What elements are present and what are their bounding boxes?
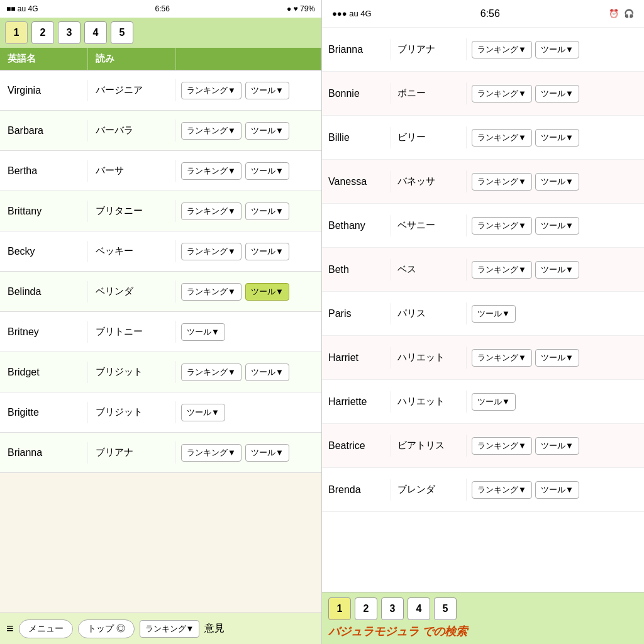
tool-button[interactable]: ツール▼ <box>245 203 289 220</box>
right-ranking-button[interactable]: ランキング▼ <box>472 437 532 455</box>
right-table-row: Parisパリスツール▼ <box>322 292 644 336</box>
right-reading-cell: パリス <box>391 303 467 325</box>
table-row: Brittanyブリタニーランキング▼ツール▼ <box>0 191 321 231</box>
tool-button[interactable]: ツール▼ <box>245 243 289 260</box>
right-reading-cell: バネッサ <box>391 170 467 192</box>
header-name: 英語名 <box>0 48 88 70</box>
right-tool-button[interactable]: ツール▼ <box>472 393 516 411</box>
name-cell: Belinda <box>0 281 88 303</box>
ranking-button[interactable]: ランキング▼ <box>181 122 242 140</box>
table-row: Britneyブリトニーツール▼ <box>0 312 321 352</box>
right-tool-button[interactable]: ツール▼ <box>535 129 579 147</box>
table-row: Bridgetブリジットランキング▼ツール▼ <box>0 352 321 392</box>
action-buttons: ランキング▼ツール▼ <box>176 157 321 185</box>
right-tool-button[interactable]: ツール▼ <box>535 217 579 235</box>
right-panel: ●●● au 4G 6:56 ⏰ 🎧 Briannaブリアナランキング▼ツール▼… <box>322 0 644 644</box>
right-name-cell: Brenda <box>322 479 391 501</box>
ranking-button[interactable]: ランキング▼ <box>181 243 242 260</box>
right-ranking-button[interactable]: ランキング▼ <box>472 85 532 103</box>
right-tab-4[interactable]: 4 <box>408 597 430 620</box>
right-tab-5[interactable]: 5 <box>434 597 457 620</box>
status-bar-right: ●●● au 4G 6:56 ⏰ 🎧 <box>322 0 644 28</box>
table-row: Belindaベリンダランキング▼ツール▼ <box>0 272 321 312</box>
right-ranking-button[interactable]: ランキング▼ <box>472 217 532 235</box>
left-tab-bar: 1 2 3 4 5 <box>0 18 321 48</box>
table-row: Briannaブリアナランキング▼ツール▼ <box>0 433 321 473</box>
left-tab-3[interactable]: 3 <box>58 21 80 44</box>
right-action-buttons: ランキング▼ツール▼ <box>467 168 644 196</box>
right-ranking-button[interactable]: ランキング▼ <box>472 41 532 58</box>
right-tab-1[interactable]: 1 <box>328 597 351 620</box>
right-table-row: Brendaブレンダランキング▼ツール▼ <box>322 468 644 512</box>
right-reading-cell: ベス <box>391 258 467 280</box>
right-ranking-button[interactable]: ランキング▼ <box>472 349 532 367</box>
menu-icon[interactable]: ≡ <box>6 621 14 636</box>
tool-button[interactable]: ツール▼ <box>181 323 225 341</box>
right-bottom-bar: 1 2 3 4 5 バジュラモジュラ での検索 <box>322 592 644 644</box>
top-button[interactable]: トップ ◎ <box>78 619 135 638</box>
right-ranking-button[interactable]: ランキング▼ <box>472 173 532 191</box>
table-row: Brigitteブリジットツール▼ <box>0 392 321 433</box>
right-name-cell: Brianna <box>322 39 391 60</box>
action-buttons: ランキング▼ツール▼ <box>176 77 321 104</box>
left-tab-1[interactable]: 1 <box>5 21 28 44</box>
right-name-cell: Beth <box>322 259 391 280</box>
name-cell: Becky <box>0 241 88 262</box>
right-table-row: Bonnieボニーランキング▼ツール▼ <box>322 72 644 116</box>
right-name-cell: Billie <box>322 127 391 148</box>
opinion-label: 意見 <box>204 622 225 635</box>
tool-button[interactable]: ツール▼ <box>245 162 289 180</box>
right-reading-cell: ブリアナ <box>391 38 467 60</box>
right-ranking-button[interactable]: ランキング▼ <box>472 481 532 499</box>
ranking-button[interactable]: ランキング▼ <box>181 364 242 381</box>
tool-button[interactable]: ツール▼ <box>181 404 225 421</box>
right-action-buttons: ランキング▼ツール▼ <box>467 36 644 64</box>
right-tool-button[interactable]: ツール▼ <box>472 305 516 323</box>
ranking-button[interactable]: ランキング▼ <box>181 203 242 220</box>
action-buttons: ランキング▼ツール▼ <box>176 238 321 265</box>
tool-button[interactable]: ツール▼ <box>245 283 289 301</box>
right-name-cell: Bonnie <box>322 83 391 104</box>
right-table-row: Briannaブリアナランキング▼ツール▼ <box>322 28 644 72</box>
right-ranking-button[interactable]: ランキング▼ <box>472 129 532 147</box>
left-tab-4[interactable]: 4 <box>84 21 107 44</box>
tool-button[interactable]: ツール▼ <box>245 122 289 140</box>
right-tool-button[interactable]: ツール▼ <box>535 481 579 499</box>
right-ranking-button[interactable]: ランキング▼ <box>472 261 532 279</box>
ranking-button[interactable]: ランキング▼ <box>181 444 242 462</box>
right-table-row: Bethベスランキング▼ツール▼ <box>322 248 644 292</box>
tool-button[interactable]: ツール▼ <box>245 444 289 462</box>
name-cell: Bertha <box>0 160 88 182</box>
ranking-button[interactable]: ランキング▼ <box>181 162 242 180</box>
right-name-cell: Harriet <box>322 347 391 369</box>
right-table-row: Beatriceビアトリスランキング▼ツール▼ <box>322 424 644 468</box>
table-row: Virginiaバージニアランキング▼ツール▼ <box>0 70 321 111</box>
right-reading-cell: ビリー <box>391 126 467 148</box>
right-tool-button[interactable]: ツール▼ <box>535 173 579 191</box>
tool-button[interactable]: ツール▼ <box>245 364 289 381</box>
table-row: Beckyベッキーランキング▼ツール▼ <box>0 231 321 272</box>
clock-icon: ⏰ <box>609 9 619 18</box>
right-tool-button[interactable]: ツール▼ <box>535 261 579 279</box>
status-left-time: 6:56 <box>155 4 170 13</box>
ranking-button[interactable]: ランキング▼ <box>181 82 242 99</box>
right-tool-button[interactable]: ツール▼ <box>535 41 579 58</box>
menu-button[interactable]: メニュー <box>19 619 73 638</box>
right-tool-button[interactable]: ツール▼ <box>535 85 579 103</box>
right-table-body: Briannaブリアナランキング▼ツール▼Bonnieボニーランキング▼ツール▼… <box>322 28 644 592</box>
right-table-row: Vanessaバネッサランキング▼ツール▼ <box>322 160 644 204</box>
reading-cell: ブリタニー <box>88 200 176 222</box>
ranking-button-bottom[interactable]: ランキング▼ <box>140 620 200 638</box>
name-cell: Brigitte <box>0 402 88 423</box>
left-tab-2[interactable]: 2 <box>31 21 54 44</box>
search-label: バジュラモジュラ での検索 <box>328 624 638 639</box>
right-table-row: Billieビリーランキング▼ツール▼ <box>322 116 644 160</box>
tool-button[interactable]: ツール▼ <box>245 82 289 99</box>
right-tool-button[interactable]: ツール▼ <box>535 349 579 367</box>
right-tool-button[interactable]: ツール▼ <box>535 437 579 455</box>
right-tab-2[interactable]: 2 <box>355 597 377 620</box>
ranking-button[interactable]: ランキング▼ <box>181 283 242 301</box>
left-tab-5[interactable]: 5 <box>111 21 133 44</box>
right-tab-3[interactable]: 3 <box>381 597 404 620</box>
reading-cell: バージニア <box>88 79 176 101</box>
